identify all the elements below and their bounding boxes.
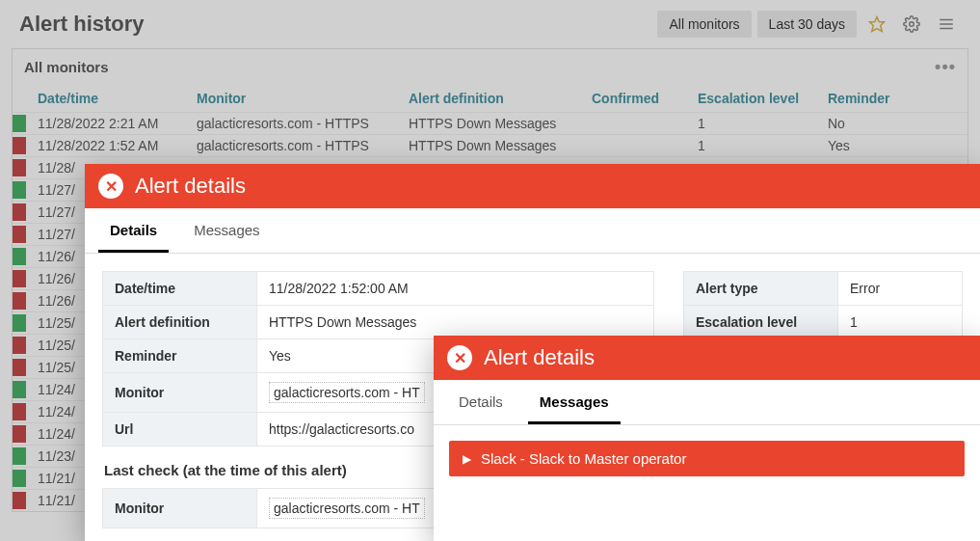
panel-more-icon[interactable]: ••• xyxy=(935,57,956,77)
cell-datetime: 11/28/2022 2:21 AM xyxy=(30,113,189,135)
table-row[interactable]: 11/28/2022 2:21 AMgalacticresorts.com - … xyxy=(13,113,967,135)
label-alerttype: Alert type xyxy=(684,272,838,306)
cell-reminder: Yes xyxy=(820,135,967,157)
label-monitor: Monitor xyxy=(103,373,257,413)
status-indicator xyxy=(13,159,26,176)
col-monitor[interactable]: Monitor xyxy=(189,85,401,113)
modal-header: ✕ Alert details xyxy=(85,164,980,208)
cell-confirmed xyxy=(584,135,690,157)
status-indicator xyxy=(13,337,26,354)
label-url: Url xyxy=(103,413,257,446)
favorite-star-icon[interactable] xyxy=(862,10,891,39)
tab-messages[interactable]: Messages xyxy=(528,380,621,424)
label-alertdef: Alert definition xyxy=(103,306,257,339)
filter-range-button[interactable]: Last 30 days xyxy=(757,11,857,38)
messages-body: ▶ Slack - Slack to Master operator xyxy=(434,425,980,492)
page-header: Alert history All monitors Last 30 days xyxy=(0,0,980,48)
close-icon[interactable]: ✕ xyxy=(98,174,123,199)
message-row[interactable]: ▶ Slack - Slack to Master operator xyxy=(449,441,965,476)
cell-alertdef: HTTPS Down Messages xyxy=(401,135,584,157)
col-confirmed[interactable]: Confirmed xyxy=(584,85,690,113)
label-reminder: Reminder xyxy=(103,339,257,373)
cell-monitor: galacticresorts.com - HTTPS xyxy=(189,113,401,135)
status-indicator xyxy=(13,203,26,221)
value-datetime: 11/28/2022 1:52:00 AM xyxy=(257,272,654,306)
status-indicator xyxy=(13,248,26,265)
cell-escalation: 1 xyxy=(690,135,820,157)
status-indicator xyxy=(13,359,26,376)
message-label: Slack - Slack to Master operator xyxy=(481,450,686,467)
tab-details[interactable]: Details xyxy=(447,380,515,424)
col-escalation[interactable]: Escalation level xyxy=(690,85,820,113)
cell-monitor: galacticresorts.com - HTTPS xyxy=(189,135,401,157)
modal-tabs: Details Messages xyxy=(85,208,980,254)
value-alerttype: Error xyxy=(838,272,963,306)
status-indicator xyxy=(13,314,26,332)
status-indicator xyxy=(13,292,26,310)
hamburger-menu-icon[interactable] xyxy=(932,10,961,39)
page-title: Alert history xyxy=(19,12,651,37)
cell-reminder: No xyxy=(820,113,967,135)
status-indicator xyxy=(13,137,26,154)
close-icon[interactable]: ✕ xyxy=(447,345,472,370)
cell-escalation: 1 xyxy=(690,113,820,135)
expand-triangle-icon: ▶ xyxy=(463,452,471,466)
tab-messages[interactable]: Messages xyxy=(182,208,271,253)
value-monitor-link[interactable]: galacticresorts.com - HT xyxy=(269,382,425,403)
modal2-header: ✕ Alert details xyxy=(434,336,980,380)
panel-title: All monitors xyxy=(24,59,109,75)
modal2-tabs: Details Messages xyxy=(434,380,980,425)
status-indicator xyxy=(13,381,26,398)
status-indicator xyxy=(13,492,26,509)
svg-point-1 xyxy=(910,22,914,27)
status-indicator xyxy=(13,447,26,465)
value-escalation: 1 xyxy=(838,306,963,339)
status-indicator xyxy=(13,181,26,199)
panel-header: All monitors ••• xyxy=(13,49,967,85)
status-indicator xyxy=(13,270,26,287)
filter-monitors-button[interactable]: All monitors xyxy=(657,11,751,38)
col-alertdef[interactable]: Alert definition xyxy=(401,85,584,113)
col-reminder[interactable]: Reminder xyxy=(820,85,967,113)
status-indicator xyxy=(13,403,26,420)
label-lc-monitor: Monitor xyxy=(103,489,257,528)
value-alertdef: HTTPS Down Messages xyxy=(257,306,654,339)
cell-datetime: 11/28/2022 1:52 AM xyxy=(30,135,189,157)
value-lc-monitor-link[interactable]: galacticresorts.com - HT xyxy=(269,498,425,519)
alert-details-messages-modal: ✕ Alert details Details Messages ▶ Slack… xyxy=(434,336,980,541)
tab-details[interactable]: Details xyxy=(98,208,169,253)
table-row[interactable]: 11/28/2022 1:52 AMgalacticresorts.com - … xyxy=(13,135,967,157)
cell-confirmed xyxy=(584,113,690,135)
status-indicator xyxy=(13,226,26,243)
status-indicator xyxy=(13,115,26,132)
label-escalation: Escalation level xyxy=(684,306,838,339)
status-indicator xyxy=(13,470,26,487)
modal-title: Alert details xyxy=(135,174,246,199)
svg-marker-0 xyxy=(870,17,885,32)
modal2-title: Alert details xyxy=(484,345,595,370)
cell-alertdef: HTTPS Down Messages xyxy=(401,113,584,135)
label-datetime: Date/time xyxy=(103,272,257,306)
status-indicator xyxy=(13,425,26,443)
settings-gear-icon[interactable] xyxy=(897,10,926,39)
col-datetime[interactable]: Date/time xyxy=(30,85,189,113)
